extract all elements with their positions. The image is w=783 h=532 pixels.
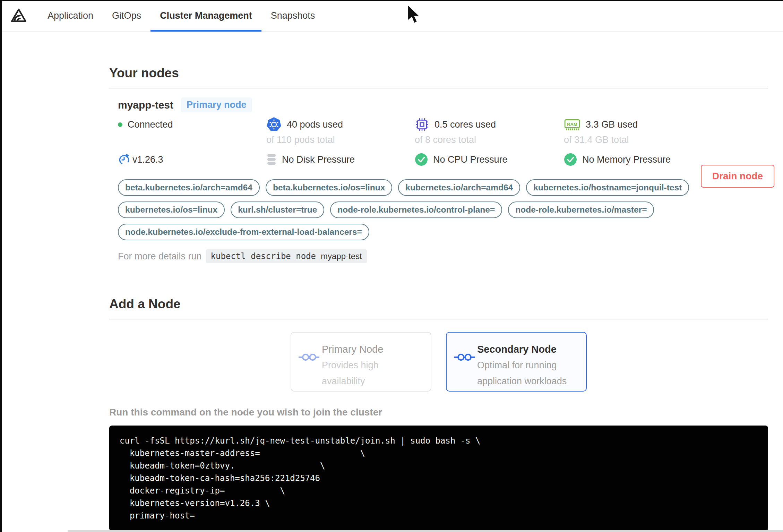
node-label-pill: beta.kubernetes.io/arch=amd64 — [118, 179, 260, 196]
code-line: docker-registry-ip= \ — [120, 484, 758, 497]
node-label-pill: kurl.sh/cluster=true — [231, 201, 324, 218]
section-divider — [109, 319, 768, 319]
primary-node-option-description: Provides high availability — [322, 357, 405, 389]
mouse-cursor — [406, 4, 421, 24]
cpu-icon — [415, 117, 429, 132]
code-line: kubeadm-token-ca-hash=sha256:221d25746 — [120, 472, 758, 484]
memory-stat: RAM 3.3 GB used of 31.4 GB total — [564, 117, 768, 145]
node-card: myapp-test Primary node Connected — [109, 97, 768, 263]
details-prefix: For more details run — [118, 251, 202, 262]
code-line: kubernetes-version=v1.26.3 \ — [120, 497, 758, 509]
node-label-pill: kubernetes.io/hostname=jonquil-test — [526, 179, 689, 196]
nav-tabs: Application GitOps Cluster Management Sn… — [38, 0, 324, 32]
window-edge-left — [0, 0, 2, 532]
primary-node-option-title: Primary Node — [322, 344, 431, 355]
node-type-cards: Primary Node Provides high availability … — [109, 332, 768, 392]
app-logo — [0, 0, 38, 32]
tab-snapshots[interactable]: Snapshots — [261, 0, 325, 32]
pods-used-value: 40 pods used — [287, 119, 343, 130]
main-content: Your nodes myapp-test Primary node Conne… — [0, 66, 783, 532]
memory-pressure-label: No Memory Pressure — [582, 154, 671, 165]
kubectl-command-chip: kubectl describe node myapp-test — [206, 249, 367, 263]
secondary-node-option-description: Optimal for running application workload… — [477, 357, 581, 389]
disk-icon — [266, 153, 277, 166]
tab-gitops[interactable]: GitOps — [103, 0, 150, 32]
window-edge-top — [0, 0, 783, 1]
add-node-title: Add a Node — [109, 297, 768, 312]
node-labels: beta.kubernetes.io/arch=amd64 beta.kuber… — [118, 179, 713, 240]
code-line: primary-host= — [120, 509, 758, 522]
connected-dot-icon — [118, 122, 122, 127]
secondary-node-option[interactable]: Secondary Node Optimal for running appli… — [446, 332, 587, 392]
memory-used-value: 3.3 GB used — [586, 119, 638, 130]
linked-nodes-icon — [298, 352, 320, 362]
node-label-pill: kubernetes.io/os=linux — [118, 201, 225, 218]
version-cell: v1.26.3 — [118, 152, 266, 168]
code-line: kubeadm-token=0ztbvy. \ — [120, 460, 758, 472]
cpu-pressure-cell: No CPU Pressure — [415, 152, 564, 168]
node-label-pill: kubernetes.io/arch=amd64 — [398, 179, 520, 196]
tab-cluster-management[interactable]: Cluster Management — [150, 0, 261, 32]
cores-used-value: 0.5 cores used — [434, 119, 496, 130]
version-icon — [118, 153, 130, 166]
node-label-pill: beta.kubernetes.io/os=linux — [266, 179, 392, 196]
kubernetes-icon — [266, 117, 282, 132]
your-nodes-title: Your nodes — [109, 66, 768, 81]
top-navigation: Application GitOps Cluster Management Sn… — [0, 0, 783, 32]
pods-stat: 40 pods used of 110 pods total — [266, 117, 415, 145]
disk-pressure-cell: No Disk Pressure — [266, 152, 415, 168]
cores-total: of 8 cores total — [415, 135, 564, 145]
check-icon — [564, 153, 577, 166]
join-command-block: curl -fsSL https://kurl.sh/jq-new-test-u… — [109, 426, 768, 531]
node-label-pill: node-role.kubernetes.io/master= — [508, 201, 654, 218]
code-line: curl -fsSL https://kurl.sh/jq-new-test-u… — [120, 435, 758, 447]
node-status-cell: Connected — [118, 117, 266, 145]
node-details-hint: For more details run kubectl describe no… — [118, 249, 768, 263]
primary-node-option[interactable]: Primary Node Provides high availability — [291, 332, 431, 392]
ram-icon: RAM — [564, 117, 580, 132]
replicated-logo-icon — [9, 7, 28, 25]
window-edge-bottom — [68, 530, 783, 532]
kubectl-command: kubectl describe node — [211, 251, 316, 261]
section-divider — [109, 88, 768, 88]
kubectl-node-name: myapp-test — [321, 251, 362, 261]
node-label-pill: node.kubernetes.io/exclude-from-external… — [118, 224, 369, 240]
join-command-instruction: Run this command on the node you wish to… — [109, 407, 768, 418]
secondary-node-option-title: Secondary Node — [477, 344, 586, 355]
node-stats-grid: Connected 40 pods used — [118, 117, 768, 168]
primary-node-badge: Primary node — [181, 97, 252, 112]
node-status: Connected — [128, 119, 173, 130]
tab-application[interactable]: Application — [38, 0, 103, 32]
check-icon — [415, 153, 428, 166]
memory-total: of 31.4 GB total — [564, 135, 768, 145]
drain-node-button[interactable]: Drain node — [701, 165, 774, 188]
cpu-pressure-label: No CPU Pressure — [433, 154, 508, 165]
linked-nodes-icon — [454, 352, 475, 362]
node-label-pill: node-role.kubernetes.io/control-plane= — [330, 201, 502, 218]
code-line: kubernetes-master-address= \ — [120, 447, 758, 460]
node-name: myapp-test — [118, 99, 173, 111]
node-header: myapp-test Primary node — [118, 97, 768, 112]
pods-total: of 110 pods total — [266, 135, 415, 145]
cores-stat: 0.5 cores used of 8 cores total — [415, 117, 564, 145]
disk-pressure-label: No Disk Pressure — [282, 154, 355, 165]
svg-text:RAM: RAM — [567, 122, 577, 127]
node-version: v1.26.3 — [132, 154, 163, 165]
